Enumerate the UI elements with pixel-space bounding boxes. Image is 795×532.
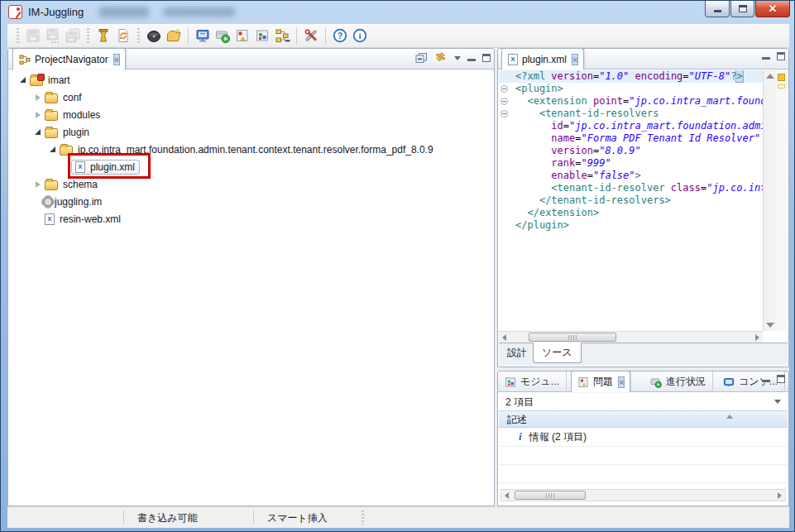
status-bar: 書き込み可能 スマート挿入 xyxy=(7,506,789,528)
tab-modules[interactable]: モジュ... xyxy=(498,371,567,392)
maximize-view-icon[interactable] xyxy=(777,375,785,383)
scroll-left-icon[interactable] xyxy=(505,492,509,499)
scrollbar-thumb[interactable] xyxy=(515,491,586,500)
expanded-twistie-icon[interactable] xyxy=(17,77,28,83)
toolbar-grip[interactable] xyxy=(137,28,140,43)
code-line-7[interactable]: version="8.0.9" xyxy=(499,145,763,157)
tree-item-resin-web.xml[interactable]: resin-web.xml xyxy=(9,210,493,228)
sort-ascending-icon xyxy=(726,415,733,419)
tab-progress[interactable]: 進行状況 xyxy=(644,371,713,392)
scroll-down-icon[interactable] xyxy=(766,323,774,328)
minimize-view-icon[interactable] xyxy=(762,53,770,60)
project-icon xyxy=(30,76,43,86)
minimize-button[interactable] xyxy=(705,1,730,17)
view-menu-icon[interactable] xyxy=(454,56,461,60)
code-line-5[interactable]: id="jp.co.intra_mart.foundation.admin.te xyxy=(499,120,763,132)
close-button[interactable]: ✕ xyxy=(755,1,790,17)
close-tab-icon[interactable]: × xyxy=(619,377,624,387)
tree-item-juggling.im[interactable]: juggling.im xyxy=(9,193,493,210)
problems-view: モジュ... 問題 × 進行状況 コンソ... 2 項目 xyxy=(497,371,789,506)
collapsed-twistie-icon[interactable] xyxy=(32,181,43,188)
help-icon[interactable]: ? xyxy=(330,26,350,46)
maximize-view-icon[interactable] xyxy=(777,52,785,60)
column-header-description[interactable]: 記述 xyxy=(499,410,788,428)
open-project-icon[interactable] xyxy=(164,26,184,46)
hierarchy-remove-icon[interactable] xyxy=(272,26,292,46)
filter-menu-icon[interactable] xyxy=(774,400,781,404)
scroll-up-icon[interactable] xyxy=(766,74,774,79)
problems-group-row[interactable]: i 情報 (2 項目) xyxy=(499,428,788,446)
tab-project-navigator[interactable]: ProjectNavigator × xyxy=(12,48,126,69)
scroll-right-icon[interactable] xyxy=(755,334,759,341)
code-line-10[interactable]: <tenant-id-resolver class="jp.co.intra_m xyxy=(499,182,763,194)
code-line-8[interactable]: rank="999" xyxy=(499,157,763,170)
editor-horizontal-scrollbar[interactable] xyxy=(499,331,763,343)
code-line-12[interactable]: </extension> xyxy=(499,207,763,219)
code-area[interactable]: <?xml version="1.0" encoding="UTF-8"?><p… xyxy=(499,70,763,331)
run-view-icon[interactable] xyxy=(213,26,232,46)
tab-design[interactable]: 設計 xyxy=(499,343,536,363)
maximize-view-icon[interactable] xyxy=(482,54,491,62)
fold-collapse-icon[interactable] xyxy=(500,110,508,117)
collapsed-twistie-icon[interactable] xyxy=(32,112,43,118)
save-as-icon[interactable] xyxy=(43,26,63,46)
export-jar-icon[interactable] xyxy=(93,26,113,46)
annotation-marker[interactable] xyxy=(778,74,785,81)
tree-item-plugin[interactable]: plugin xyxy=(9,123,493,141)
code-line-3[interactable]: <extension point="jp.co.intra_mart.found… xyxy=(499,95,763,108)
tab-label: ProjectNavigator xyxy=(35,54,108,65)
save-icon[interactable] xyxy=(23,26,43,46)
code-line-4[interactable]: <tenant-id-resolvers xyxy=(499,108,763,120)
tab-plugin-xml[interactable]: plugin.xml × xyxy=(501,48,584,69)
tree-item-label: plugin xyxy=(63,127,89,138)
code-line-11[interactable]: </tenant-id-resolvers> xyxy=(499,194,763,207)
problems-horizontal-scrollbar[interactable] xyxy=(500,489,786,501)
tree-item-label: resin-web.xml xyxy=(60,213,121,225)
toolbar-grip[interactable] xyxy=(17,28,19,43)
tab-source[interactable]: ソース xyxy=(533,343,582,363)
fold-collapse-icon[interactable] xyxy=(500,98,508,105)
scrollbar-thumb[interactable] xyxy=(529,333,616,342)
tools-icon[interactable] xyxy=(301,26,321,46)
close-tab-icon[interactable]: × xyxy=(572,55,577,65)
minimize-view-icon[interactable] xyxy=(467,55,476,61)
svg-text:i: i xyxy=(358,31,361,41)
problems-tab-icon xyxy=(577,376,589,388)
refresh-file-icon[interactable] xyxy=(113,26,133,46)
minimize-view-icon[interactable] xyxy=(762,376,770,382)
redacted-title-text xyxy=(163,7,236,17)
code-line-1[interactable]: <?xml version="1.0" encoding="UTF-8"?> xyxy=(499,70,763,83)
maximize-button[interactable] xyxy=(730,1,754,17)
annotation-marker[interactable] xyxy=(778,84,785,89)
collapsed-twistie-icon[interactable] xyxy=(32,94,43,101)
tab-problems[interactable]: 問題 × xyxy=(571,371,630,392)
code-line-2[interactable]: <plugin> xyxy=(499,83,763,95)
toolbar-grip[interactable] xyxy=(87,28,89,43)
scroll-right-icon[interactable] xyxy=(778,492,782,499)
code-line-9[interactable]: enable="false"> xyxy=(499,170,763,182)
scroll-left-icon[interactable] xyxy=(502,334,506,341)
modules-view-icon[interactable] xyxy=(252,26,272,46)
link-with-editor-icon[interactable] xyxy=(434,52,448,64)
overview-ruler[interactable] xyxy=(776,70,788,331)
tree-item-modules[interactable]: modules xyxy=(9,106,493,123)
tree-item-conf[interactable]: conf xyxy=(9,89,493,106)
console-view-icon[interactable] xyxy=(193,26,213,46)
fold-collapse-icon[interactable] xyxy=(500,85,508,93)
expanded-twistie-icon[interactable] xyxy=(32,129,43,135)
close-tab-icon[interactable]: × xyxy=(114,55,119,65)
collapse-all-icon[interactable] xyxy=(415,52,428,64)
code-line-13[interactable]: </plugin> xyxy=(499,219,763,232)
grid-line xyxy=(499,446,788,447)
toolbar-separator xyxy=(296,27,297,44)
code-line-6[interactable]: name="Forma PDF Tenant Id Resolver" xyxy=(499,132,763,145)
tree-item-imart[interactable]: imart xyxy=(9,71,493,89)
dashboard-icon[interactable] xyxy=(144,26,164,46)
titlebar[interactable]: IM-Juggling ✕ xyxy=(1,1,795,24)
info-icon[interactable]: i xyxy=(350,26,370,46)
expanded-twistie-icon[interactable] xyxy=(47,146,58,152)
editor-vertical-scrollbar[interactable] xyxy=(763,70,776,331)
save-all-icon[interactable] xyxy=(63,26,83,46)
problems-view-icon[interactable] xyxy=(232,26,252,46)
navigator-tab-bar: ProjectNavigator × xyxy=(8,49,494,69)
